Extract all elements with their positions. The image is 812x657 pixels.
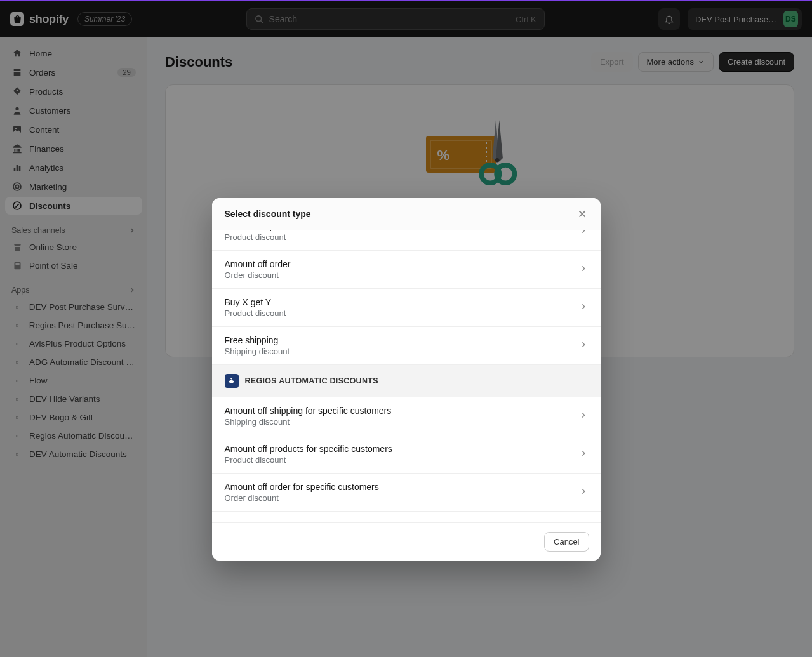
discount-option[interactable]: Amount off shipping for specific custome…: [212, 397, 601, 435]
close-icon: [576, 208, 588, 220]
modal-title: Select discount type: [225, 209, 311, 219]
discount-option[interactable]: Amount off order Order discount: [212, 251, 601, 289]
discount-option[interactable]: Buy X get Y Product discount: [212, 289, 601, 327]
chevron-right-icon: [579, 230, 588, 237]
cancel-button[interactable]: Cancel: [544, 532, 589, 552]
chevron-right-icon: [579, 340, 588, 352]
modal-header: Select discount type: [212, 198, 601, 230]
discount-option[interactable]: Amount off products Product discount: [212, 230, 601, 251]
chevron-right-icon: [579, 264, 588, 275]
chevron-right-icon: [579, 411, 588, 422]
modal-backdrop[interactable]: Select discount type Amount off products…: [0, 1, 812, 657]
discount-option[interactable]: Amount off order for specific customers …: [212, 474, 601, 512]
app-group-header: REGIOS AUTOMATIC DISCOUNTS: [212, 365, 601, 397]
select-discount-modal: Select discount type Amount off products…: [212, 198, 601, 561]
chevron-right-icon: [579, 449, 588, 460]
chevron-right-icon: [579, 487, 588, 498]
close-button[interactable]: [576, 208, 588, 220]
chevron-right-icon: [579, 302, 588, 314]
discount-option[interactable]: Free shipping Shipping discount: [212, 327, 601, 365]
discount-option[interactable]: Amount off products for specific custome…: [212, 435, 601, 474]
modal-body[interactable]: Amount off products Product discount Amo…: [212, 230, 601, 522]
modal-footer: Cancel: [212, 522, 601, 561]
regios-app-icon: [225, 374, 239, 388]
